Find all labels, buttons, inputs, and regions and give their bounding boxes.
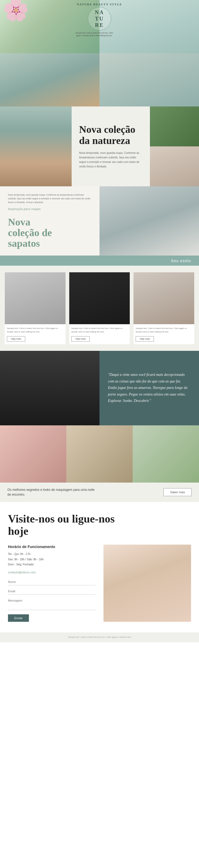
shoes-section: Nova temporada, novo guarda-roupa. Confo…	[0, 186, 199, 255]
roses-image	[0, 425, 66, 483]
brand-title: Nature Beauty Style	[73, 3, 126, 6]
hero-img-right-bot	[100, 53, 199, 106]
nature-circle: NATURE	[88, 7, 111, 30]
footer-text: Sample text. Click to select the text bo…	[7, 636, 192, 639]
card-1-text: Sample text. Click to select the text bo…	[7, 327, 64, 334]
teal-style-bar: Seu estilo	[0, 255, 199, 266]
card-3-btn[interactable]: Veja mais	[135, 336, 154, 341]
quote-section: "Daqui a vinte anos você ficará mais dec…	[0, 351, 199, 425]
cta-text: Os melhores segredos e looks de maquiage…	[7, 487, 97, 497]
hours-title: Horário de Funcionamento	[8, 545, 95, 549]
hero-text-col: Nova coleção da natureza Nova temporada,…	[72, 106, 150, 186]
cta-bar: Os melhores segredos e looks de maquiage…	[0, 483, 199, 502]
card-3: Sample text. Click to select the text bo…	[133, 272, 194, 344]
quote-text: "Daqui a vinte anos você ficará mais dec…	[108, 372, 191, 404]
plants-image	[150, 106, 199, 146]
footer: Sample text. Click to select the text bo…	[0, 632, 199, 642]
cards-section: Sample text. Click to select the text bo…	[0, 266, 199, 351]
shoes-text-col: Nova temporada, novo guarda-roupa. Confo…	[0, 186, 100, 255]
card-2-image	[69, 272, 130, 324]
style-label: Seu estilo	[171, 258, 191, 263]
card-1-btn[interactable]: Veja mais	[7, 336, 25, 341]
card-2-btn[interactable]: Veja mais	[71, 336, 90, 341]
card-1: Sample text. Click to select the text bo…	[5, 272, 66, 344]
shoes-small-text: Nova temporada, novo guarda-roupa. Confo…	[8, 193, 91, 204]
card-1-image	[5, 272, 66, 324]
message-field[interactable]	[8, 597, 95, 610]
visit-section: Visite-nos ou ligue-nos hoje Horário de …	[0, 502, 199, 633]
hero-top-section: Nature Beauty Style NATURE Sample text. …	[0, 0, 199, 106]
submit-button[interactable]: Enviar	[8, 614, 29, 622]
card-3-image	[133, 272, 194, 324]
card-2-text: Sample text. Click to select the text bo…	[71, 327, 128, 334]
legs-image	[150, 146, 199, 186]
woman-bw-image	[0, 351, 100, 425]
woman-hero-section: Nova coleção da natureza Nova temporada,…	[0, 106, 199, 186]
email-field[interactable]	[8, 588, 95, 595]
inspiration-label: Inspiração para roupas	[8, 207, 91, 211]
visit-form-col: Horário de Funcionamento Ter - Qui: 9h -…	[8, 545, 95, 622]
hours-text: Ter - Qui: 9h - 17h Sex: 9h - 18h / Sáb:…	[8, 552, 95, 567]
visit-content-grid: Horário de Funcionamento Ter - Qui: 9h -…	[8, 545, 191, 622]
woman-flowers-image	[66, 425, 133, 483]
hero-img-left-bot	[0, 53, 100, 106]
name-field[interactable]	[8, 579, 95, 585]
woman-hat-image	[0, 106, 72, 186]
garden-image	[133, 425, 199, 483]
contact-email: contacto@ednryc.com	[8, 571, 95, 574]
collection-desc: Nova temporada, novo guarda-roupa. Confo…	[79, 151, 143, 169]
circle-text: NATURE	[95, 9, 104, 28]
cta-button[interactable]: Saber mais	[163, 488, 192, 496]
visit-title: Visite-nos ou ligue-nos hoje	[8, 513, 191, 537]
quote-panel: "Daqui a vinte anos você ficará mais dec…	[100, 351, 199, 425]
card-3-text: Sample text. Click to select the text bo…	[135, 327, 192, 334]
visit-photo	[104, 545, 191, 622]
collection-title: Nova coleção da natureza	[79, 124, 143, 146]
shoes-title: Nova coleção de sapatos	[8, 217, 91, 249]
side-images-col	[150, 106, 199, 186]
brand-badge: Nature Beauty Style NATURE Sample text. …	[73, 3, 126, 37]
nature-images-section	[0, 425, 199, 483]
cards-grid: Sample text. Click to select the text bo…	[5, 272, 194, 344]
brand-sample-text: Sample text. Click to select the text bo…	[73, 32, 115, 37]
card-2: Sample text. Click to select the text bo…	[69, 272, 130, 344]
shoes-image-col	[100, 186, 199, 255]
